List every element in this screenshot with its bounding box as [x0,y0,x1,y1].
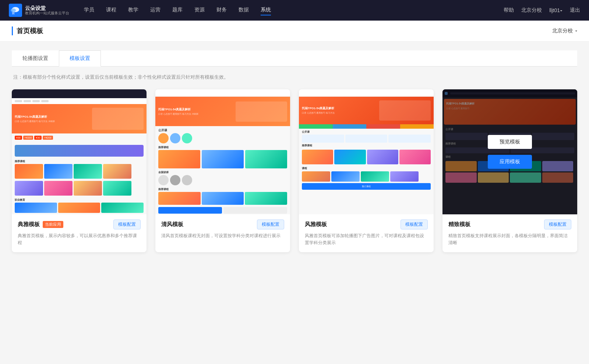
tabs: 轮播图设置 模板设置 [12,50,577,67]
template-info-fengya: 风雅模板 模板配置 风雅首页模板可添加轮播图下广告图片，可对课程及课程包设置学科… [299,214,434,252]
template-preview-fengya: 托福TPO1-54真题及解析 口语 心态技巧 通用技巧 练习方法 公开课 [299,89,434,214]
nav-yunying[interactable]: 运营 [150,5,161,15]
nav-kecheng[interactable]: 课程 [106,5,116,15]
apply-button[interactable]: 应用模板 [488,155,532,169]
template-desc-fengya: 风雅首页模板可添加轮播图下广告图片，可对课程及课程包设置学科分类展示 [305,232,428,246]
template-desc-jingzhi: 精致首页模板支持课程展示封面，各模板分隔明显，界面简洁清晰 [448,232,571,246]
logout-button[interactable]: 退出 [570,7,580,14]
template-info-jingzhi: 精致模板 模板配置 精致首页模板支持课程展示封面，各模板分隔明显，界面简洁清晰 [442,214,577,252]
config-btn-jingzhi[interactable]: 模板配置 [544,220,571,229]
template-grid: 托福TPO1-54真题及解析 口语 心态技巧 通用技巧 练习方法 冲刺班 ¥30… [12,89,577,252]
nav-shuju[interactable]: 数据 [239,5,249,15]
logo-icon: 云 [9,4,22,17]
navbar: 云 云朵设堂 教育机构一站式服务云平台 学员 课程 教学 运营 题库 资源 财务… [0,0,589,21]
template-desc-qingfeng: 清风首页模板课程无封面，可设置按学科分类对课程进行展示 [161,232,284,239]
template-name-jingzhi: 精致模板 [448,221,470,228]
template-info-qingfeng: 清风模板 模板配置 清风首页模板课程无封面，可设置按学科分类对课程进行展示 [155,214,290,245]
nav-ziyuan[interactable]: 资源 [194,5,205,15]
template-name-dianaya: 典雅模板 [18,221,40,228]
svg-text:云: 云 [12,11,15,15]
template-hover-overlay: 预览模板 应用模板 [442,89,577,214]
template-name-fengya: 风雅模板 [305,221,327,228]
navbar-right: 帮助 北京分校 lljt01▾ 退出 [504,7,580,14]
template-card-dianaya: 托福TPO1-54真题及解析 口语 心态技巧 通用技巧 练习方法 冲刺班 ¥30… [12,89,147,252]
help-link[interactable]: 帮助 [504,7,514,14]
template-preview-qingfeng: 托福TPO1-54真题及解析 口语 心态技巧 通用技巧 练习方法 冲刺班 公开课… [155,89,290,214]
branch-name[interactable]: 北京分校 [521,7,542,14]
preview-button[interactable]: 预览模板 [488,135,532,149]
tab-template[interactable]: 模板设置 [59,50,101,67]
template-preview-jingzhi: 托福TPO1-54真题及解析 口语 心态技巧 通用技巧 公开课 推荐课程 课 [442,89,577,214]
template-desc-dianaya: 典雅首页模板，展示内容较多，可以展示优惠券和多个推荐课程 [18,232,141,246]
main-content: 轮播图设置 模板设置 注：模板有部分个性化样式设置，设置后仅当前模板生效；非个性… [0,42,589,261]
template-card-qingfeng: 托福TPO1-54真题及解析 口语 心态技巧 通用技巧 练习方法 冲刺班 公开课… [155,89,290,252]
template-name-qingfeng: 清风模板 [161,221,183,228]
nav-jiaoxue[interactable]: 教学 [128,5,138,15]
main-nav: 学员 课程 教学 运营 题库 资源 财务 数据 系统 [84,5,504,15]
user-menu[interactable]: lljt01▾ [549,7,562,13]
template-info-dianaya: 典雅模板 当前应用 模板配置 典雅首页模板，展示内容较多，可以展示优惠券和多个推… [12,214,147,252]
nav-xueyuan[interactable]: 学员 [84,5,94,15]
notice-text: 注：模板有部分个性化样式设置，设置后仅当前模板生效；非个性化样式设置后只针对所有… [12,74,577,81]
page-header: 首页模板 北京分校 [0,21,589,42]
nav-xitong[interactable]: 系统 [261,5,271,15]
template-card-jingzhi: 托福TPO1-54真题及解析 口语 心态技巧 通用技巧 公开课 推荐课程 课 [442,89,577,252]
nav-tiku[interactable]: 题库 [172,5,183,15]
config-btn-fengya[interactable]: 模板配置 [401,220,428,229]
tab-carousel[interactable]: 轮播图设置 [12,50,59,66]
template-card-fengya: 托福TPO1-54真题及解析 口语 心态技巧 通用技巧 练习方法 公开课 [299,89,434,252]
logo-text: 云朵设堂 教育机构一站式服务云平台 [25,5,69,16]
config-btn-qingfeng[interactable]: 模板配置 [257,220,284,229]
branch-selector[interactable]: 北京分校 [552,28,577,34]
nav-caiwu[interactable]: 财务 [216,5,227,15]
template-preview-dianaya: 托福TPO1-54真题及解析 口语 心态技巧 通用技巧 练习方法 冲刺班 ¥30… [12,89,147,214]
config-btn-dianaya[interactable]: 模板配置 [113,220,141,229]
current-badge-dianaya: 当前应用 [43,221,63,228]
page-title: 首页模板 [12,26,43,35]
logo: 云 云朵设堂 教育机构一站式服务云平台 [9,4,69,17]
